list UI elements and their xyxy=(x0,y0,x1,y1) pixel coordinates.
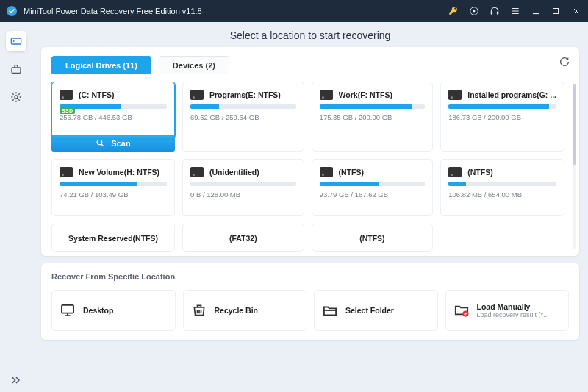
drive-card[interactable]: (NTFS) xyxy=(312,224,434,252)
drives-panel: Logical Drives (11) Devices (2) (C: NTFS… xyxy=(41,47,579,256)
svg-rect-6 xyxy=(11,38,21,44)
disc-icon[interactable] xyxy=(469,6,479,16)
drive-size: 106.82 MB / 654.00 MB xyxy=(448,190,556,199)
minimize-icon[interactable] xyxy=(531,6,541,16)
titlebar: MiniTool Power Data Recovery Free Editio… xyxy=(0,0,588,22)
drive-name: Installed programs(G: ... xyxy=(467,90,556,99)
drives-grid: (C: NTFS)256.78 GB / 446.53 GBSSDScanPro… xyxy=(51,82,569,252)
location-card[interactable]: Select Folder xyxy=(314,290,438,331)
refresh-icon[interactable] xyxy=(559,56,570,68)
drive-size: 93.79 GB / 167.62 GB xyxy=(320,190,426,199)
svg-point-9 xyxy=(15,96,18,99)
drive-size: 186.73 GB / 200.00 GB xyxy=(448,113,556,121)
svg-point-2 xyxy=(473,10,476,13)
drive-usage-bar xyxy=(60,104,167,109)
location-card[interactable]: Desktop xyxy=(51,290,176,331)
ssd-badge: SSD xyxy=(60,107,75,114)
rail-item-toolbox[interactable] xyxy=(6,59,26,79)
drive-card[interactable]: System Reserved(NTFS) xyxy=(51,224,175,252)
drive-name: System Reserved(NTFS) xyxy=(68,234,158,243)
page-heading: Select a location to start recovering xyxy=(32,22,588,47)
drive-icon xyxy=(320,167,333,177)
drive-usage-bar xyxy=(190,182,296,186)
location-card[interactable]: Load ManuallyLoad recovery result (*... xyxy=(445,290,570,331)
drive-icon xyxy=(190,167,204,177)
drive-size: 69.62 GB / 259.54 GB xyxy=(190,113,296,121)
drive-card[interactable]: (FAT32) xyxy=(182,224,304,252)
drive-size: 74.21 GB / 103.49 GB xyxy=(60,190,167,199)
headphones-icon[interactable] xyxy=(490,6,500,16)
locations-grid: DesktopRecycle BinSelect FolderLoad Manu… xyxy=(51,290,569,331)
drive-usage-bar xyxy=(448,104,556,109)
drive-size: 175.35 GB / 200.00 GB xyxy=(320,113,426,121)
drive-size: 0 B / 128.00 MB xyxy=(190,190,296,199)
tabs: Logical Drives (11) Devices (2) xyxy=(51,56,569,74)
maximize-icon[interactable] xyxy=(551,6,562,16)
app-window: MiniTool Power Data Recovery Free Editio… xyxy=(0,0,588,392)
drive-icon xyxy=(60,167,73,177)
svg-rect-8 xyxy=(12,68,21,73)
tab-devices[interactable]: Devices (2) xyxy=(159,56,229,74)
locations-section-title: Recover From Specific Location xyxy=(51,272,569,281)
drive-name: New Volume(H: NTFS) xyxy=(79,168,159,177)
close-icon[interactable] xyxy=(572,6,582,16)
location-icon xyxy=(322,304,338,317)
drive-name: Work(F: NTFS) xyxy=(339,90,392,99)
drive-icon xyxy=(320,90,333,100)
drive-name: (NTFS) xyxy=(359,234,384,243)
locations-panel: Recover From Specific Location DesktopRe… xyxy=(41,263,579,340)
scrollbar[interactable] xyxy=(573,84,576,249)
key-icon[interactable] xyxy=(448,6,459,16)
drive-usage-bar xyxy=(448,182,556,186)
drive-icon xyxy=(448,167,462,177)
drive-card[interactable]: (C: NTFS)256.78 GB / 446.53 GBSSD xyxy=(51,82,175,139)
drive-icon xyxy=(448,90,462,100)
main-area: Select a location to start recovering Lo… xyxy=(32,22,588,392)
drive-usage-bar xyxy=(60,182,167,186)
drive-usage-bar xyxy=(320,182,426,186)
drive-name: (NTFS) xyxy=(467,168,492,177)
drive-name: (FAT32) xyxy=(229,234,257,243)
location-name: Load Manually xyxy=(477,302,549,311)
menu-icon[interactable] xyxy=(510,6,520,16)
drive-name: Programs(E: NTFS) xyxy=(209,90,281,99)
drive-card[interactable]: Programs(E: NTFS)69.62 GB / 259.54 GB xyxy=(182,82,304,152)
drive-size: 256.78 GB / 446.53 GB xyxy=(60,113,167,121)
drive-card[interactable]: (NTFS)93.79 GB / 167.62 GB xyxy=(312,159,434,216)
app-logo-icon xyxy=(6,5,18,17)
location-name: Select Folder xyxy=(345,306,394,315)
svg-rect-4 xyxy=(497,12,498,15)
svg-rect-11 xyxy=(62,305,74,313)
body: Select a location to start recovering Lo… xyxy=(0,22,588,392)
svg-point-10 xyxy=(98,140,103,145)
location-name: Recycle Bin xyxy=(215,306,259,315)
rail-item-settings[interactable] xyxy=(6,87,26,107)
drive-icon xyxy=(60,90,73,100)
app-title: MiniTool Power Data Recovery Free Editio… xyxy=(24,7,448,15)
drive-card[interactable]: (NTFS)106.82 MB / 654.00 MB xyxy=(440,159,564,216)
svg-rect-3 xyxy=(491,12,492,15)
drive-card[interactable]: (Unidentified)0 B / 128.00 MB xyxy=(182,159,304,216)
drive-name: (Unidentified) xyxy=(209,168,259,177)
svg-rect-5 xyxy=(553,9,559,14)
location-icon xyxy=(60,304,76,317)
rail-expand-icon[interactable] xyxy=(10,376,22,385)
location-icon xyxy=(191,304,207,317)
drive-card[interactable]: Installed programs(G: ...186.73 GB / 200… xyxy=(440,82,564,152)
drive-usage-bar xyxy=(190,104,296,109)
location-card[interactable]: Recycle Bin xyxy=(183,290,307,331)
drive-name: (NTFS) xyxy=(339,168,364,177)
tab-logical-drives[interactable]: Logical Drives (11) xyxy=(51,56,151,74)
side-rail xyxy=(0,22,32,392)
titlebar-actions xyxy=(448,6,582,16)
drive-card[interactable]: Work(F: NTFS)175.35 GB / 200.00 GB xyxy=(312,82,434,152)
svg-point-7 xyxy=(13,40,15,42)
drive-name: (C: NTFS) xyxy=(79,90,114,99)
drive-icon xyxy=(190,90,204,100)
location-icon xyxy=(453,304,470,317)
location-subtitle: Load recovery result (*... xyxy=(477,311,549,318)
location-name: Desktop xyxy=(83,306,113,315)
rail-item-recovery[interactable] xyxy=(6,31,26,51)
drive-usage-bar xyxy=(320,104,426,109)
drive-card[interactable]: New Volume(H: NTFS)74.21 GB / 103.49 GB xyxy=(51,159,175,216)
